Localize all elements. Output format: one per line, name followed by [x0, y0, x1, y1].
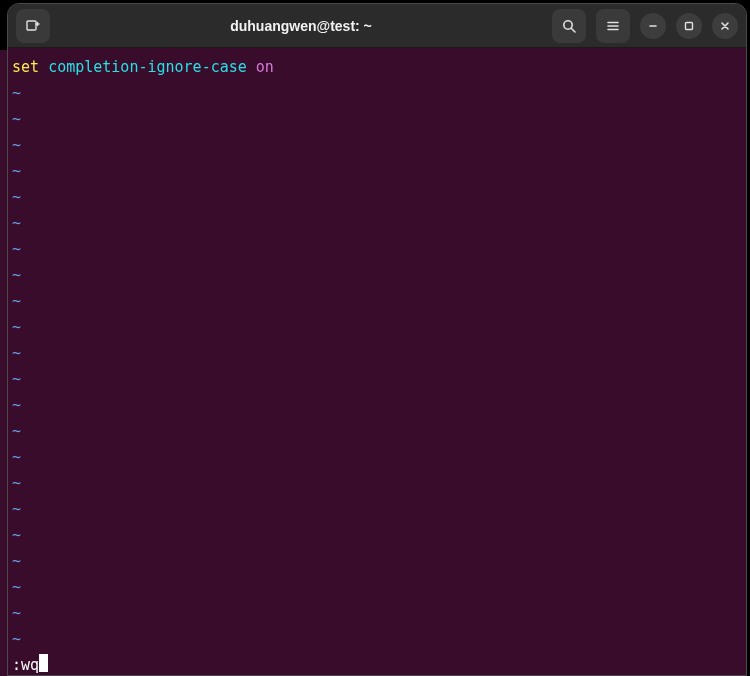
command-text: :wq	[12, 656, 39, 674]
empty-line-tilde: ~	[12, 158, 742, 184]
empty-line-tilde: ~	[12, 574, 742, 600]
search-button[interactable]	[552, 9, 586, 43]
empty-line-tilde: ~	[12, 106, 742, 132]
terminal-window: duhuangwen@test: ~	[7, 3, 747, 676]
editor-content-line: set completion-ignore-case on	[12, 54, 742, 80]
empty-line-tilde: ~	[12, 600, 742, 626]
minimize-icon	[647, 20, 659, 32]
empty-line-tilde: ~	[12, 626, 742, 652]
window-title: duhuangwen@test: ~	[58, 18, 544, 34]
empty-line-tilde: ~	[12, 444, 742, 470]
vim-command-line[interactable]: :wq	[12, 652, 742, 675]
hamburger-icon	[605, 18, 621, 34]
close-button[interactable]	[712, 13, 738, 39]
empty-line-tilde: ~	[12, 132, 742, 158]
empty-line-tilde: ~	[12, 470, 742, 496]
svg-rect-2	[686, 22, 693, 29]
empty-line-tilde: ~	[12, 210, 742, 236]
maximize-icon	[683, 20, 695, 32]
empty-line-tilde: ~	[12, 314, 742, 340]
titlebar: duhuangwen@test: ~	[8, 4, 746, 48]
vim-option: completion-ignore-case	[48, 58, 247, 76]
menu-button[interactable]	[596, 9, 630, 43]
empty-line-tilde: ~	[12, 340, 742, 366]
empty-line-tilde: ~	[12, 288, 742, 314]
new-tab-button[interactable]	[16, 9, 50, 43]
search-icon	[561, 18, 577, 34]
empty-lines-region: ~~~~~~~~~~~~~~~~~~~~~~	[12, 80, 742, 652]
maximize-button[interactable]	[676, 13, 702, 39]
empty-line-tilde: ~	[12, 418, 742, 444]
empty-line-tilde: ~	[12, 522, 742, 548]
empty-line-tilde: ~	[12, 184, 742, 210]
empty-line-tilde: ~	[12, 548, 742, 574]
empty-line-tilde: ~	[12, 80, 742, 106]
empty-line-tilde: ~	[12, 392, 742, 418]
terminal-viewport[interactable]: set completion-ignore-case on ~~~~~~~~~~…	[8, 48, 746, 675]
svg-rect-0	[27, 21, 36, 30]
empty-line-tilde: ~	[12, 262, 742, 288]
empty-line-tilde: ~	[12, 366, 742, 392]
new-tab-icon	[25, 18, 41, 34]
vim-keyword: set	[12, 58, 39, 76]
close-icon	[719, 20, 731, 32]
vim-value: on	[256, 58, 274, 76]
minimize-button[interactable]	[640, 13, 666, 39]
cursor	[39, 654, 48, 672]
empty-line-tilde: ~	[12, 236, 742, 262]
empty-line-tilde: ~	[12, 496, 742, 522]
